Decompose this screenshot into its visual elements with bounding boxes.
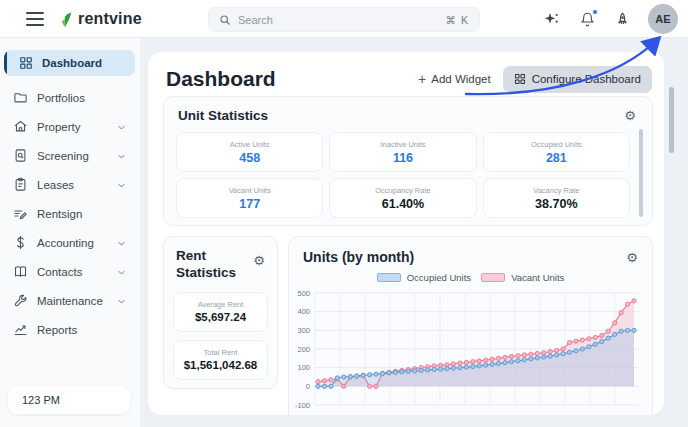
units-by-month-card: Units (by month) ⚙ Occupied Units Vacant… [288, 236, 653, 415]
ai-sparkle-icon[interactable] [543, 10, 561, 28]
chevron-down-icon [117, 234, 126, 252]
chevron-down-icon [117, 176, 126, 194]
sidebar-item-property[interactable]: Property [0, 112, 140, 141]
sidebar-item-accounting[interactable]: Accounting [0, 228, 140, 257]
widgets-grid-icon [514, 73, 526, 85]
card-title: Rent Statistics [176, 248, 240, 282]
wrench-icon [13, 293, 28, 308]
chart-up-icon [13, 322, 28, 337]
chevron-down-icon [117, 147, 126, 165]
chart-legend: Occupied Units Vacant Units [289, 272, 652, 283]
stat-tile-inactive-units: Inactive Units 116 [329, 132, 476, 172]
card-title: Units (by month) [303, 249, 414, 265]
sidebar-item-rentsign[interactable]: Rentsign [0, 199, 140, 228]
top-bar: rentvine ⌘ K AE [0, 0, 688, 38]
main-content-panel: Dashboard + Add Widget Configure Dashboa… [148, 52, 664, 415]
sidebar-item-label: Accounting [37, 237, 94, 249]
search-input[interactable] [238, 14, 446, 26]
book-icon [13, 264, 28, 279]
notification-dot [592, 9, 598, 15]
search-shortcut: ⌘ K [446, 14, 469, 26]
sidebar-item-label: Property [37, 121, 80, 133]
svg-text:300: 300 [297, 326, 310, 335]
folder-icon [13, 90, 28, 105]
stat-tile-average-rent: Average Rent $5,697.24 [173, 292, 268, 332]
dashboard-grid-icon [18, 56, 33, 71]
sidebar: Dashboard Portfolios Property [0, 38, 140, 427]
svg-text:200: 200 [297, 345, 310, 354]
hamburger-menu-icon[interactable] [26, 12, 44, 26]
page-title: Dashboard [166, 67, 276, 91]
legend-occupied-units[interactable]: Occupied Units [377, 272, 471, 283]
sidebar-item-label: Reports [37, 324, 77, 336]
document-search-icon [13, 148, 28, 163]
sidebar-item-portfolios[interactable]: Portfolios [0, 83, 140, 112]
sidebar-item-contacts[interactable]: Contacts [0, 257, 140, 286]
gear-icon[interactable]: ⚙ [253, 254, 265, 282]
svg-text:400: 400 [297, 307, 310, 316]
sidebar-item-screening[interactable]: Screening [0, 141, 140, 170]
stat-tile-vacant-units: Vacant Units 177 [176, 178, 323, 218]
svg-text:500: 500 [297, 289, 310, 298]
stat-tile-occupied-units: Occupied Units 281 [483, 132, 630, 172]
sidebar-item-label: Screening [37, 150, 89, 162]
page-scrollbar[interactable] [669, 87, 674, 153]
sidebar-item-label: Leases [37, 179, 74, 191]
legend-swatch-blue [377, 273, 401, 282]
search-icon [219, 14, 231, 26]
whats-new-rocket-icon[interactable] [613, 10, 631, 28]
notifications-bell-icon[interactable] [578, 10, 596, 28]
sidebar-item-label: Contacts [37, 266, 82, 278]
rentvine-logo-icon [58, 10, 75, 28]
chevron-down-icon [117, 118, 126, 136]
search-bar[interactable]: ⌘ K [208, 7, 480, 32]
svg-text:0: 0 [306, 382, 310, 391]
clock-widget: 123 PM [8, 386, 130, 414]
clipboard-icon [13, 177, 28, 192]
stat-tile-total-rent: Total Rent $1,561,042.68 [173, 340, 268, 380]
sidebar-item-maintenance[interactable]: Maintenance [0, 286, 140, 315]
plus-icon: + [418, 72, 426, 86]
svg-text:-100: -100 [295, 401, 310, 410]
unit-statistics-card: Unit Statistics ⚙ Active Units 458 Inact… [163, 96, 653, 226]
sidebar-item-label: Portfolios [37, 92, 85, 104]
stat-tile-occupancy-rate: Occupancy Rate 61.40% [329, 178, 476, 218]
stat-tile-active-units: Active Units 458 [176, 132, 323, 172]
sidebar-item-leases[interactable]: Leases [0, 170, 140, 199]
legend-swatch-pink [481, 273, 505, 282]
gear-icon[interactable]: ⚙ [626, 251, 638, 264]
legend-vacant-units[interactable]: Vacant Units [481, 272, 564, 283]
card-scrollbar[interactable] [639, 129, 643, 217]
clock-time: 123 PM [22, 394, 60, 406]
configure-dashboard-button[interactable]: Configure Dashboard [503, 66, 652, 93]
gear-icon[interactable]: ⚙ [624, 109, 636, 122]
dollar-icon [13, 235, 28, 250]
chevron-down-icon [117, 263, 126, 281]
house-icon [13, 119, 28, 134]
chevron-down-icon [117, 292, 126, 310]
stat-tile-vacancy-rate: Vacancy Rate 38.70% [483, 178, 630, 218]
logo-text: rentvine [78, 10, 142, 28]
rent-statistics-card: Rent Statistics ⚙ Average Rent $5,697.24… [163, 236, 278, 389]
sidebar-item-label: Rentsign [37, 208, 82, 220]
sidebar-item-reports[interactable]: Reports [0, 315, 140, 344]
card-title: Unit Statistics [178, 108, 268, 123]
avatar[interactable]: AE [648, 4, 678, 34]
signature-icon [13, 206, 28, 221]
sidebar-item-label: Dashboard [42, 57, 102, 69]
sidebar-item-dashboard[interactable]: Dashboard [4, 50, 135, 76]
add-widget-button[interactable]: + Add Widget [418, 72, 491, 86]
svg-text:100: 100 [297, 363, 310, 372]
sidebar-item-label: Maintenance [37, 295, 103, 307]
rentvine-logo[interactable]: rentvine [58, 10, 142, 28]
units-by-month-chart[interactable]: 5004003002001000-100 [289, 285, 645, 415]
